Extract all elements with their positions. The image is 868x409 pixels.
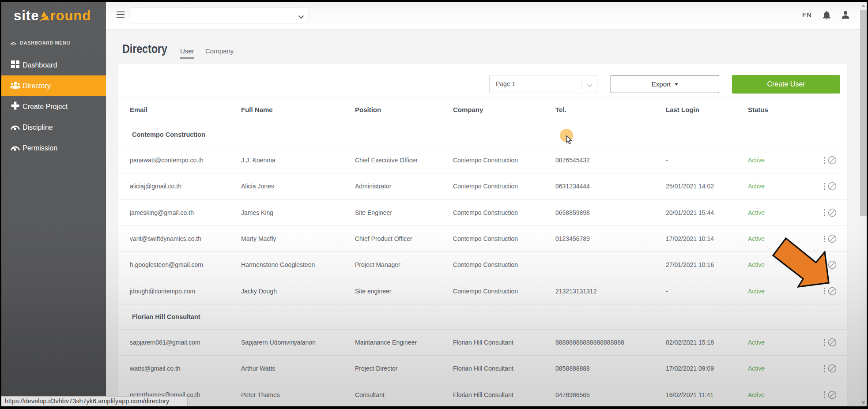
column-header: Position — [355, 97, 381, 122]
row-disable-ban-icon[interactable] — [828, 182, 837, 191]
logo-text-round: round — [50, 8, 91, 24]
annotation-arrow — [770, 236, 834, 293]
status-badge: Active — [748, 278, 765, 304]
tab-user[interactable]: User — [180, 47, 194, 59]
row-menu-kebab-icon[interactable] — [823, 183, 826, 190]
row-menu-kebab-icon[interactable] — [823, 339, 826, 346]
cell-tel: 88888888888888888888 — [555, 330, 624, 355]
status-badge: Active — [748, 330, 765, 355]
cell-full-name: Sapjarern Udomviriyalanon — [241, 330, 316, 355]
table-row[interactable]: jdough@contempo.com Jacky Dough Site eng… — [118, 278, 847, 304]
column-header: Company — [453, 97, 483, 122]
cell-tel: 0631234444 — [555, 173, 590, 199]
export-button[interactable]: Export — [611, 75, 719, 93]
table-row[interactable]: jamesking@gmail.co.th James King Site En… — [118, 200, 847, 226]
row-disable-ban-icon[interactable] — [828, 208, 837, 217]
cell-last-login: - — [666, 147, 668, 173]
logo-text-site: site — [14, 8, 39, 24]
kebab-dot — [824, 188, 825, 190]
page-select[interactable]: Page 1 — [489, 75, 597, 93]
user-avatar-icon[interactable] — [841, 11, 850, 21]
status-badge: Active — [748, 382, 765, 406]
cell-email: jdough@contempo.com — [130, 278, 195, 304]
cell-email: varit@swiftdynamics.co.th — [130, 226, 201, 251]
row-menu-kebab-icon[interactable] — [823, 209, 826, 216]
kebab-dot — [824, 157, 825, 158]
cell-position: Consultant — [355, 382, 385, 406]
status-badge: Active — [748, 252, 765, 278]
table-header-row: EmailFull NamePositionCompanyTel.Last Lo… — [118, 97, 847, 122]
sidebar-item-create-project[interactable]: Create Project — [1, 96, 106, 117]
table-row[interactable]: aliciaj@gmail.co.th Alicia Jones Adminis… — [118, 173, 847, 199]
sidebar-item-permission[interactable]: Permission — [1, 138, 106, 158]
table-row[interactable]: sapjarern081@gmail.com Sapjarern Udomvir… — [118, 330, 847, 356]
sidebar-item-dashboard[interactable]: Dashboard — [1, 55, 106, 75]
table-row[interactable]: varit@swiftdynamics.co.th Marty Macfly C… — [118, 226, 847, 252]
row-disable-ban-icon[interactable] — [828, 390, 837, 399]
cell-position: Project Manager — [355, 252, 400, 278]
kebab-dot — [824, 342, 825, 343]
company-group-row: Florian Hill Consultant — [118, 304, 847, 330]
cell-full-name: Peter Thames — [241, 382, 280, 406]
cell-company: Contempo Construction — [453, 173, 518, 199]
hamburger-menu-icon[interactable] — [117, 11, 125, 18]
cell-full-name: J.J. Koenma — [241, 147, 275, 173]
kebab-dot — [824, 397, 825, 398]
cell-company: Contempo Construction — [453, 200, 518, 225]
cell-company: Florian Hill Consultant — [453, 382, 513, 406]
cell-last-login: 20/01/2021 15:44 — [666, 200, 714, 225]
company-group-name: Contempo Construction — [132, 122, 205, 147]
row-disable-ban-icon[interactable] — [828, 338, 837, 347]
table-row[interactable]: watts@gmail.co.th Arthur Watts Project D… — [118, 356, 847, 382]
cell-tel: 0658859898 — [555, 200, 590, 225]
row-disable-ban-icon[interactable] — [828, 364, 837, 373]
cell-position: Site engineer — [355, 278, 392, 304]
cell-position: Chief Product Officer — [355, 226, 412, 251]
chevron-down-icon — [587, 82, 593, 89]
scroll-down-button[interactable] — [860, 399, 867, 406]
status-badge: Active — [748, 200, 765, 225]
cell-email: jamesking@gmail.co.th — [130, 200, 194, 225]
bell-icon[interactable] — [823, 11, 831, 22]
row-menu-kebab-icon[interactable] — [823, 157, 826, 164]
column-header: Status — [748, 97, 768, 122]
company-group-row: Contempo Construction — [118, 122, 847, 147]
caret-down-icon — [675, 83, 678, 86]
status-badge: Active — [748, 173, 765, 199]
kebab-dot — [824, 345, 825, 346]
kebab-dot — [824, 186, 825, 187]
kebab-dot — [824, 214, 825, 216]
create-user-button[interactable]: Create User — [732, 75, 840, 94]
column-header: Full Name — [241, 97, 273, 122]
cell-email: panawatt@contempo.co.th — [130, 147, 204, 173]
kebab-dot — [824, 209, 825, 210]
cell-last-login: 25/01/2021 14:02 — [666, 173, 714, 199]
column-header: Last Login — [666, 97, 699, 122]
users-icon — [10, 81, 20, 91]
table-row[interactable]: h.googlesteen@gmail.com Harmenstone Goog… — [118, 252, 847, 278]
row-menu-kebab-icon[interactable] — [823, 391, 826, 398]
row-disable-ban-icon[interactable] — [828, 156, 837, 165]
cell-last-login: 16/02/2021 11:41 — [666, 382, 713, 406]
scrollbar-thumb[interactable] — [860, 10, 867, 216]
table-row[interactable]: peterthames@gmail.co.th Peter Thames Con… — [118, 382, 847, 406]
kebab-dot — [824, 368, 825, 369]
select-divider — [581, 79, 581, 89]
sidebar-item-directory[interactable]: Directory — [1, 75, 106, 96]
language-button[interactable]: EN — [802, 11, 811, 19]
sidebar-item-discipline[interactable]: Discipline — [1, 117, 106, 138]
kebab-dot — [824, 162, 825, 164]
scroll-up-button[interactable] — [860, 2, 867, 9]
row-menu-kebab-icon[interactable] — [823, 365, 826, 372]
tab-company[interactable]: Company — [205, 47, 234, 55]
cell-last-login: 17/02/2021 09:09 — [666, 356, 714, 381]
sitearound-logo[interactable]: siteround — [14, 8, 91, 24]
user-table: EmailFull NamePositionCompanyTel.Last Lo… — [118, 97, 847, 406]
table-row[interactable]: panawatt@contempo.co.th J.J. Koenma Chie… — [118, 147, 847, 173]
kebab-dot — [824, 391, 825, 393]
chevron-down-icon — [298, 13, 304, 21]
vertical-scrollbar[interactable] — [860, 2, 867, 406]
project-select[interactable] — [131, 7, 309, 23]
cell-company: Florian Hill Consultant — [453, 330, 513, 355]
sidebar: siteround DASHBOARD MENU Dashboard Direc… — [1, 2, 106, 406]
